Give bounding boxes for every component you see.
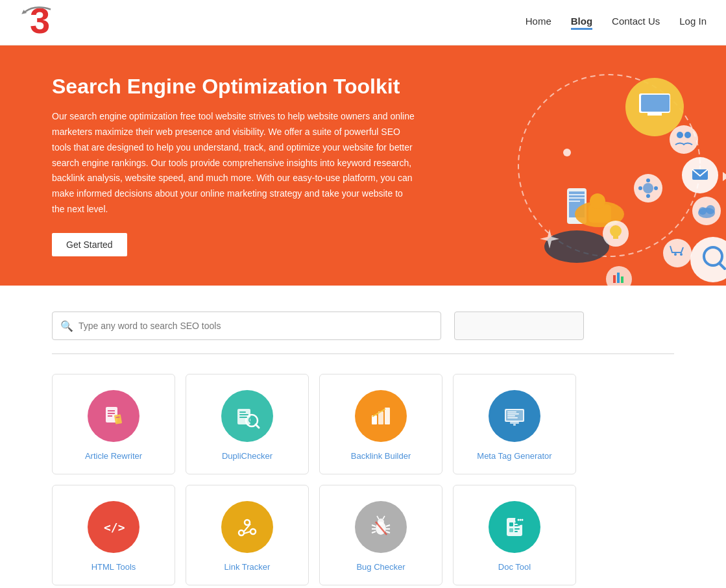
search-input[interactable]: [79, 321, 433, 331]
svg-point-42: [674, 253, 677, 256]
tool-card-link-tracker[interactable]: Link Tracker: [186, 485, 309, 585]
svg-point-35: [610, 225, 622, 237]
hero-section: Search Engine Optimization Toolkit Our s…: [0, 45, 726, 286]
svg-rect-6: [641, 95, 670, 112]
tool-label-html-tools: HTML Tools: [91, 562, 136, 572]
nav-contact[interactable]: Contact Us: [612, 16, 660, 29]
search-section: 🔍: [0, 286, 726, 353]
svg-rect-65: [507, 413, 519, 415]
tool-icon-bug-checker: [355, 501, 407, 553]
svg-point-98: [522, 519, 524, 521]
tool-label-link-tracker: Link Tracker: [224, 562, 271, 572]
tool-card-bug-checker[interactable]: Bug Checker: [319, 485, 442, 585]
svg-line-84: [377, 516, 379, 519]
svg-point-43: [680, 253, 683, 256]
hero-content: Search Engine Optimization Toolkit Our s…: [52, 75, 415, 256]
svg-line-51: [116, 417, 120, 418]
svg-rect-61: [385, 408, 390, 424]
nav-blog[interactable]: Blog: [571, 16, 592, 30]
sidebar-widget: [454, 312, 584, 340]
svg-rect-56: [239, 411, 246, 413]
tool-label-doc-tool: Doc Tool: [498, 562, 531, 572]
tool-card-backlink-builder[interactable]: Backlink Builder: [319, 374, 442, 474]
svg-point-71: [239, 530, 244, 535]
svg-rect-66: [507, 415, 515, 417]
tool-label-bug-checker: Bug Checker: [356, 562, 405, 572]
svg-rect-94: [514, 531, 518, 532]
svg-point-7: [544, 230, 609, 263]
svg-rect-40: [621, 276, 623, 283]
tool-label-backlink-builder: Backlink Builder: [351, 451, 411, 461]
svg-rect-67: [507, 417, 518, 419]
section-divider: [52, 353, 674, 354]
tool-icon-article-rewriter: [88, 390, 139, 442]
tool-icon-doc-tool: [489, 501, 540, 553]
tools-grid: Article Rewriter DupliChecker B: [0, 374, 726, 588]
tool-card-doc-tool[interactable]: Doc Tool: [453, 485, 576, 585]
main-nav: Home Blog Contact Us Log In: [526, 16, 707, 30]
search-box[interactable]: 🔍: [52, 312, 441, 340]
svg-rect-64: [507, 411, 516, 413]
svg-point-72: [245, 520, 250, 525]
tool-card-duplichecker[interactable]: DupliChecker: [186, 374, 309, 474]
svg-rect-93: [514, 528, 520, 530]
svg-line-80: [372, 532, 376, 533]
svg-point-45: [563, 149, 571, 156]
nav-login[interactable]: Log In: [679, 16, 707, 29]
svg-point-20: [646, 178, 650, 182]
svg-line-85: [383, 516, 385, 519]
svg-rect-50: [114, 414, 122, 424]
svg-point-24: [670, 125, 698, 154]
svg-point-97: [520, 519, 522, 521]
svg-line-75: [244, 532, 250, 533]
nav-home[interactable]: Home: [526, 16, 551, 29]
tool-label-article-rewriter: Article Rewriter: [85, 451, 142, 461]
svg-point-30: [706, 205, 715, 214]
svg-rect-58: [239, 417, 247, 418]
svg-line-81: [386, 525, 390, 526]
svg-line-83: [386, 532, 390, 533]
tool-icon-backlink-builder: [355, 390, 407, 442]
svg-text:</>: </>: [104, 521, 125, 534]
tool-icon-link-tracker: [221, 501, 273, 553]
svg-point-26: [684, 132, 691, 138]
get-started-button[interactable]: Get Started: [52, 233, 127, 256]
tool-card-meta-tag-generator[interactable]: Meta Tag Generator: [453, 374, 576, 474]
svg-point-22: [638, 186, 642, 190]
svg-point-19: [643, 183, 653, 193]
svg-rect-89: [509, 522, 513, 526]
svg-rect-92: [509, 528, 513, 532]
tool-label-duplichecker: DupliChecker: [222, 451, 272, 461]
tool-label-meta-tag-generator: Meta Tag Generator: [477, 451, 551, 461]
svg-line-78: [372, 525, 376, 526]
hero-illustration: [428, 45, 726, 286]
svg-rect-36: [613, 236, 618, 239]
search-icon: 🔍: [60, 320, 73, 332]
svg-rect-69: [513, 424, 516, 426]
tool-icon-duplichecker: [221, 390, 273, 442]
svg-rect-91: [514, 525, 518, 526]
svg-point-73: [250, 529, 256, 534]
svg-rect-57: [239, 414, 248, 415]
tool-icon-meta-tag-generator: [489, 390, 540, 442]
svg-point-21: [646, 194, 650, 198]
hero-description: Our search engine optimization free tool…: [52, 109, 415, 217]
svg-rect-38: [613, 275, 616, 283]
svg-point-23: [654, 186, 658, 190]
hero-title: Search Engine Optimization Toolkit: [52, 75, 415, 99]
svg-line-54: [256, 424, 259, 428]
svg-marker-44: [723, 172, 726, 181]
svg-point-29: [699, 207, 707, 215]
logo[interactable]: 3: [19, 1, 71, 43]
svg-rect-39: [617, 273, 620, 283]
svg-point-25: [677, 132, 683, 138]
tool-icon-html-tools: </>: [88, 501, 139, 553]
svg-rect-5: [647, 113, 662, 116]
header: 3 Home Blog Contact Us Log In: [0, 0, 726, 45]
svg-point-15: [590, 193, 605, 209]
tool-card-article-rewriter[interactable]: Article Rewriter: [52, 374, 175, 474]
tool-card-html-tools[interactable]: </> HTML Tools: [52, 485, 175, 585]
svg-rect-68: [510, 422, 519, 424]
svg-point-96: [518, 519, 520, 521]
